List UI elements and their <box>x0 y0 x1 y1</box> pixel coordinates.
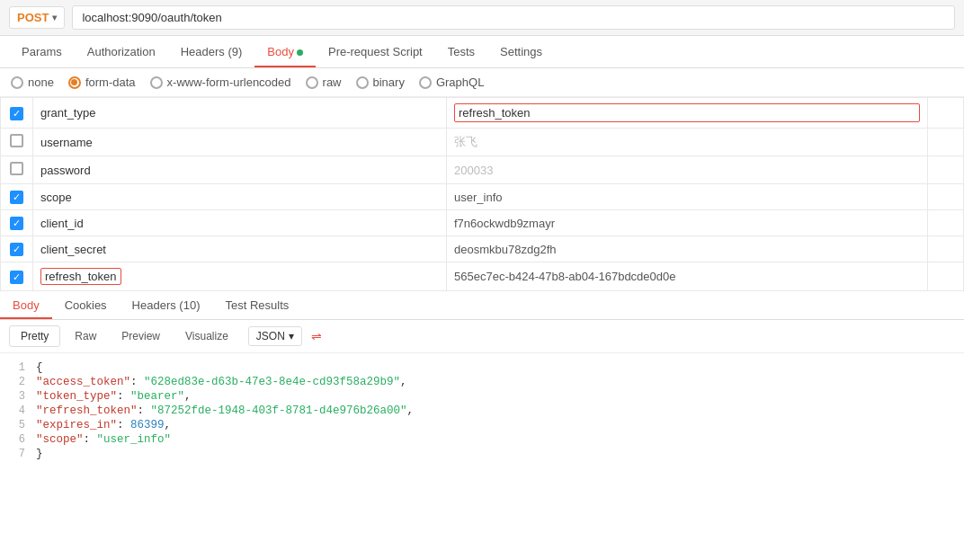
response-tabs: Body Cookies Headers (10) Test Results <box>0 291 964 320</box>
tab-authorization[interactable]: Authorization <box>75 36 168 67</box>
checkbox-row-3[interactable] <box>10 191 23 204</box>
params-table: grant_typerefresh_tokenusername张飞passwor… <box>0 97 964 291</box>
key-cell-3[interactable]: scope <box>33 184 447 210</box>
action-cell-0 <box>928 98 964 129</box>
checkbox-row-4[interactable] <box>10 217 23 230</box>
value-cell-5[interactable]: deosmkbu78zdg2fh <box>447 236 928 262</box>
code-line: 1{ <box>0 360 964 375</box>
value-cell-4[interactable]: f7n6ockwdb9zmayr <box>447 210 928 236</box>
pretty-button[interactable]: Pretty <box>9 325 60 347</box>
response-tab-cookies[interactable]: Cookies <box>52 291 120 319</box>
tab-params[interactable]: Params <box>9 36 75 67</box>
code-line: 7} <box>0 447 964 461</box>
radio-none[interactable]: none <box>11 76 54 89</box>
nav-tabs: Params Authorization Headers (9) Body Pr… <box>0 36 964 68</box>
radio-binary[interactable]: binary <box>356 76 405 89</box>
value-cell-1[interactable]: 张飞 <box>447 129 928 156</box>
value-cell-3[interactable]: user_info <box>447 184 928 210</box>
radio-circle-urlencoded <box>150 76 163 89</box>
value-highlighted: refresh_token <box>454 103 920 122</box>
action-cell-1 <box>928 129 964 156</box>
key-cell-1[interactable]: username <box>33 129 447 156</box>
value-placeholder: 张飞 <box>454 135 478 148</box>
action-cell-3 <box>928 184 964 210</box>
checkbox-row-1[interactable] <box>10 134 23 147</box>
table-row: client_secretdeosmkbu78zdg2fh <box>1 236 964 262</box>
tab-headers[interactable]: Headers (9) <box>168 36 255 67</box>
response-tab-headers[interactable]: Headers (10) <box>120 291 213 319</box>
radio-circle-form-data <box>68 76 81 89</box>
radio-circle-none <box>11 76 23 89</box>
format-arrow: ▾ <box>289 330 294 342</box>
radio-form-data[interactable]: form-data <box>68 76 136 89</box>
format-select[interactable]: JSON ▾ <box>248 326 302 346</box>
key-cell-5[interactable]: client_secret <box>33 236 447 262</box>
value-cell-0[interactable]: refresh_token <box>447 98 928 129</box>
checkbox-row-5[interactable] <box>10 243 23 256</box>
top-bar: POST ▾ <box>0 0 964 36</box>
action-cell-2 <box>928 156 964 184</box>
response-tab-body[interactable]: Body <box>0 291 52 319</box>
radio-graphql[interactable]: GraphQL <box>419 76 484 89</box>
radio-circle-binary <box>356 76 369 89</box>
key-cell-6[interactable]: refresh_token <box>33 262 447 291</box>
code-line: 3"token_type": "bearer", <box>0 389 964 404</box>
table-row: grant_typerefresh_token <box>1 98 964 129</box>
tab-tests[interactable]: Tests <box>435 36 487 67</box>
json-response: 1{2"access_token": "628ed83e-d63b-47e3-8… <box>0 353 964 468</box>
table-row: password200033 <box>1 156 964 184</box>
action-cell-6 <box>928 262 964 291</box>
radio-urlencoded[interactable]: x-www-form-urlencoded <box>150 76 291 89</box>
key-cell-0[interactable]: grant_type <box>33 98 447 129</box>
radio-circle-raw <box>306 76 318 89</box>
url-input[interactable] <box>72 5 955 30</box>
key-cell-2[interactable]: password <box>33 156 447 184</box>
format-label: JSON <box>256 330 285 342</box>
raw-button[interactable]: Raw <box>64 326 107 346</box>
radio-circle-graphql <box>419 76 432 89</box>
table-row: refresh_token565ec7ec-b424-47b8-ab04-167… <box>1 262 964 291</box>
preview-button[interactable]: Preview <box>111 326 171 346</box>
code-line: 5"expires_in": 86399, <box>0 418 964 432</box>
code-line: 6"scope": "user_info" <box>0 432 964 447</box>
key-cell-4[interactable]: client_id <box>33 210 447 236</box>
radio-raw[interactable]: raw <box>306 76 342 89</box>
response-toolbar: Pretty Raw Preview Visualize JSON ▾ ⇌ <box>0 320 964 353</box>
body-type-row: none form-data x-www-form-urlencoded raw… <box>0 68 964 97</box>
method-select[interactable]: POST ▾ <box>9 6 65 29</box>
value-cell-6[interactable]: 565ec7ec-b424-47b8-ab04-167bdcde0d0e <box>447 262 928 291</box>
code-line: 2"access_token": "628ed83e-d63b-47e3-8e4… <box>0 375 964 389</box>
checkbox-row-6[interactable] <box>10 271 23 284</box>
tab-prerequest[interactable]: Pre-request Script <box>316 36 435 67</box>
filter-icon[interactable]: ⇌ <box>311 329 322 343</box>
value-placeholder: 200033 <box>454 164 493 177</box>
code-line: 4"refresh_token": "87252fde-1948-403f-87… <box>0 404 964 418</box>
method-arrow: ▾ <box>52 13 57 22</box>
response-tab-test-results[interactable]: Test Results <box>212 291 301 319</box>
body-dot <box>297 49 303 56</box>
method-label: POST <box>17 11 49 24</box>
action-cell-5 <box>928 236 964 262</box>
table-row: scopeuser_info <box>1 184 964 210</box>
tab-body[interactable]: Body <box>254 36 316 67</box>
tab-settings[interactable]: Settings <box>487 36 555 67</box>
checkbox-row-0[interactable] <box>10 107 23 120</box>
checkbox-row-2[interactable] <box>10 162 23 175</box>
visualize-button[interactable]: Visualize <box>174 326 239 346</box>
table-row: username张飞 <box>1 129 964 156</box>
table-row: client_idf7n6ockwdb9zmayr <box>1 210 964 236</box>
value-cell-2[interactable]: 200033 <box>447 156 928 184</box>
key-highlighted: refresh_token <box>40 268 121 285</box>
action-cell-4 <box>928 210 964 236</box>
